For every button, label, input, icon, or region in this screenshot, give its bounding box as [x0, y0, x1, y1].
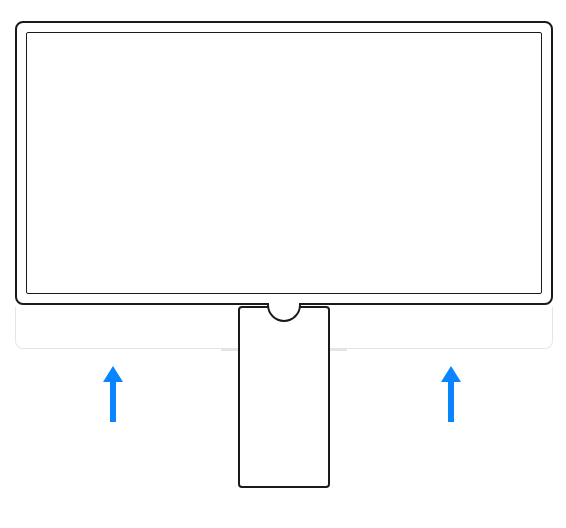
ghost-gap-left [221, 349, 239, 351]
display-lift-diagram [0, 0, 566, 528]
lift-arrow-right-icon [439, 364, 463, 424]
lift-arrow-left-icon [101, 364, 125, 424]
display-screen-inner [26, 32, 542, 294]
ghost-gap-right [329, 349, 347, 351]
display-stand [238, 306, 330, 488]
